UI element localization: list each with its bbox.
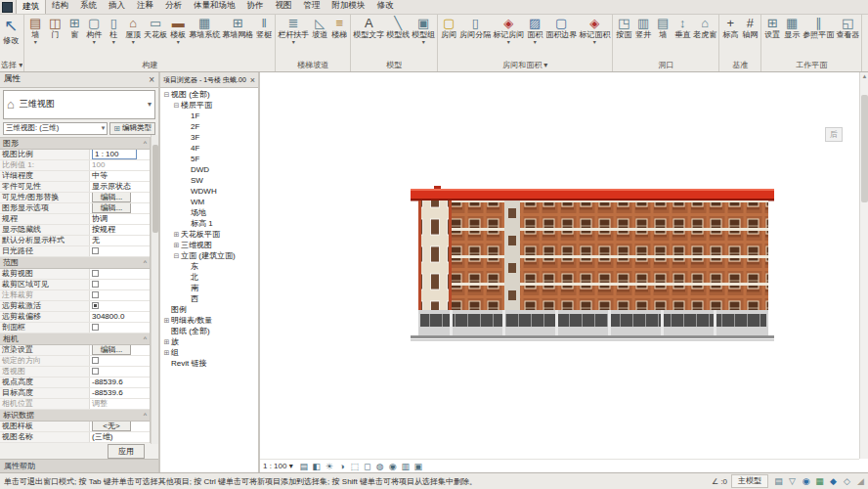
ribbon-tab-6[interactable]: 体量和场地: [188, 0, 241, 14]
tree-item[interactable]: 场地: [160, 207, 258, 218]
dormer-button[interactable]: ⌂老虎窗: [692, 15, 717, 41]
temp-view-props-icon[interactable]: ▥: [400, 461, 412, 472]
stair-button[interactable]: ≡楼梯: [329, 15, 349, 41]
property-value[interactable]: [90, 323, 150, 333]
tree-item[interactable]: ⊞族: [160, 336, 258, 347]
ribbon-tab-0[interactable]: 建筑: [16, 0, 46, 14]
curtain-grid-button[interactable]: ⊞幕墙网格: [221, 15, 254, 41]
tree-item[interactable]: 1F: [160, 111, 258, 121]
tree-item[interactable]: ⊞组: [160, 347, 258, 358]
tree-item[interactable]: WDWH: [160, 186, 258, 197]
property-value[interactable]: [90, 246, 150, 256]
project-browser-title-bar[interactable]: 项目浏览器 - 1号楼 虫蛾.00 ×: [160, 72, 258, 88]
vertical-opening-button[interactable]: ↕垂直: [673, 15, 692, 41]
tree-item[interactable]: 东: [160, 261, 258, 272]
detail-level-icon[interactable]: ▤: [298, 461, 310, 472]
ribbon-tab-2[interactable]: 系统: [74, 0, 103, 14]
show-crop-icon[interactable]: ◻: [362, 461, 373, 472]
tag-room-button[interactable]: ◈标记房间▾: [492, 15, 525, 46]
window-button[interactable]: ⊞窗: [65, 15, 84, 41]
grid-button[interactable]: #轴网: [740, 15, 760, 41]
type-selector[interactable]: ⌂ 三维视图 ▾: [3, 90, 155, 119]
property-value[interactable]: [90, 290, 150, 300]
viewer-button[interactable]: ◱查看器: [835, 15, 860, 41]
wall-button[interactable]: ▤墙▾: [25, 15, 45, 46]
checkbox[interactable]: [92, 247, 99, 254]
tree-item[interactable]: 西: [160, 293, 258, 304]
filter-icon[interactable]: ▽: [786, 475, 799, 488]
checkbox[interactable]: [92, 324, 99, 331]
checkbox[interactable]: [92, 291, 99, 298]
combo-value[interactable]: 1 : 100: [92, 150, 137, 159]
expand-expander-icon[interactable]: ⊞: [172, 231, 181, 239]
collapse-icon[interactable]: ^: [144, 259, 147, 266]
close-icon[interactable]: ×: [149, 74, 154, 85]
view-scale-button[interactable]: 1 : 100 ▾: [263, 462, 293, 470]
tree-item[interactable]: ⊞明细表/数量: [160, 315, 258, 326]
collapse-expander-icon[interactable]: ⊟: [172, 102, 181, 110]
checkbox[interactable]: [92, 357, 99, 364]
modify-button[interactable]: ↖修改: [1, 15, 21, 47]
property-section-header[interactable]: 相机^: [0, 333, 150, 345]
resize-grip[interactable]: ◢: [857, 476, 864, 486]
ribbon-group-label[interactable]: 楼梯坡道: [277, 59, 349, 71]
tree-item[interactable]: ⊟视图 (全部): [160, 89, 258, 100]
curtain-system-button[interactable]: ▦幕墙系统: [188, 15, 221, 41]
railing-button[interactable]: ≣栏杆扶手▾: [277, 15, 310, 46]
property-value[interactable]: [90, 280, 150, 289]
property-value[interactable]: [90, 301, 150, 311]
ribbon-tab-8[interactable]: 视图: [270, 0, 298, 14]
property-value[interactable]: 无: [90, 236, 150, 245]
area-button[interactable]: ▨面积▾: [525, 15, 544, 46]
active-model-selector[interactable]: 主模型: [731, 474, 768, 488]
collapse-icon[interactable]: ^: [144, 335, 147, 342]
ribbon-group-label[interactable]: 基准: [720, 59, 760, 71]
constraints-icon[interactable]: ▣: [412, 461, 424, 472]
by-face-button[interactable]: ◳按面: [614, 15, 633, 41]
property-section-header[interactable]: 范围^: [0, 257, 150, 269]
roof-button[interactable]: ⌂屋顶▾: [123, 15, 143, 46]
tree-item[interactable]: WM: [160, 197, 258, 207]
ribbon-group-label[interactable]: 选择 ▾: [1, 59, 22, 71]
set-work-plane-button[interactable]: ⊞设置: [762, 15, 782, 41]
ribbon-tab-5[interactable]: 分析: [159, 0, 188, 14]
visual-style-icon[interactable]: ◧: [311, 461, 323, 472]
property-value[interactable]: [90, 269, 150, 279]
properties-help[interactable]: 属性帮助: [0, 459, 158, 472]
expand-expander-icon[interactable]: ⊞: [162, 317, 171, 325]
drawing-area[interactable]: 后 ▲ 1 : 100 ▾ ▤◧☀◑⬚◻◍◉▥▣: [260, 72, 868, 472]
property-value[interactable]: <无>: [90, 422, 150, 431]
model-group-button[interactable]: ▣模型组▾: [411, 15, 436, 46]
property-value[interactable]: 编辑...: [90, 203, 150, 213]
collapse-expander-icon[interactable]: ⊟: [162, 91, 171, 99]
tree-item[interactable]: SW: [160, 175, 258, 186]
close-icon[interactable]: ×: [250, 75, 255, 85]
tree-item[interactable]: ⊟楼层平面: [160, 100, 258, 111]
edit-button[interactable]: 编辑...: [92, 193, 131, 202]
room-separator-button[interactable]: ▯房间分隔: [458, 15, 492, 41]
property-value[interactable]: 1 : 100: [90, 150, 150, 159]
model-text-button[interactable]: A模型文字: [352, 15, 385, 41]
ramp-button[interactable]: ◺坡道: [310, 15, 329, 41]
ribbon-tab-11[interactable]: 修改: [371, 0, 400, 14]
ribbon-tab-7[interactable]: 协作: [241, 0, 270, 14]
property-value[interactable]: 显示原状态: [90, 182, 150, 192]
shaft-button[interactable]: ▥竖井: [633, 15, 653, 41]
area-boundary-button[interactable]: ▢面积边界: [544, 15, 578, 41]
properties-scrollbar[interactable]: [151, 135, 158, 444]
ribbon-tab-4[interactable]: 注释: [131, 0, 159, 14]
select-links-icon[interactable]: ◉: [800, 475, 812, 488]
ribbon-tab-1[interactable]: 结构: [46, 0, 74, 14]
tree-item[interactable]: Revit 链接: [160, 358, 258, 369]
tree-item[interactable]: 4F: [160, 143, 258, 154]
ceiling-button[interactable]: ▭天花板: [143, 15, 168, 41]
checkbox[interactable]: [92, 302, 99, 309]
canvas-scrollbar[interactable]: ▲: [859, 72, 868, 459]
drag-elements-icon[interactable]: ◇: [841, 475, 853, 488]
expand-expander-icon[interactable]: ⊞: [172, 242, 181, 249]
floor-button[interactable]: ▬楼板▾: [168, 15, 188, 46]
property-value[interactable]: -88539.6: [90, 378, 150, 387]
property-value[interactable]: 按规程: [90, 225, 150, 235]
expand-expander-icon[interactable]: ⊞: [162, 349, 171, 357]
tree-item[interactable]: ⊞三维视图: [160, 240, 258, 250]
